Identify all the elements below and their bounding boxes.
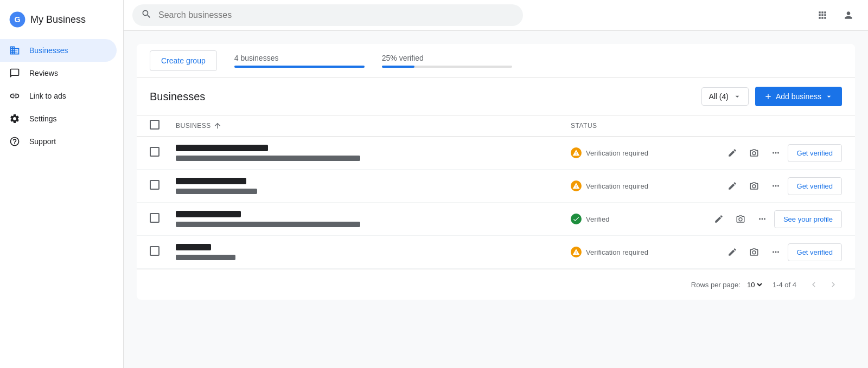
sidebar-item-link-to-ads-label: Link to ads bbox=[29, 92, 66, 100]
sidebar-item-reviews-label: Reviews bbox=[29, 69, 58, 78]
verified-progress: 25% verified bbox=[382, 54, 512, 68]
row3-checkbox[interactable] bbox=[150, 213, 159, 223]
row3-see-profile-button[interactable]: See your profile bbox=[774, 210, 842, 228]
row2-checkbox-col bbox=[150, 180, 176, 192]
row4-edit-button[interactable] bbox=[723, 242, 742, 262]
settings-icon bbox=[9, 113, 21, 125]
row3-business-detail bbox=[176, 222, 360, 227]
row2-get-verified-button[interactable]: Get verified bbox=[788, 177, 842, 195]
pagination-nav bbox=[805, 276, 842, 293]
row2-status-cell: Verification required bbox=[571, 180, 679, 191]
prev-page-button[interactable] bbox=[805, 276, 822, 293]
row2-photo-button[interactable] bbox=[744, 176, 764, 196]
row3-business-name bbox=[176, 211, 241, 217]
business-column-header[interactable]: Business bbox=[176, 121, 571, 130]
create-group-button[interactable]: Create group bbox=[150, 50, 217, 71]
row1-checkbox-col bbox=[150, 147, 176, 159]
row2-business-detail bbox=[176, 189, 257, 194]
row1-status-text: Verification required bbox=[586, 149, 648, 157]
pagination-range: 1-4 of 4 bbox=[773, 281, 796, 289]
businesses-section: Create group 4 businesses 25% verified bbox=[137, 44, 855, 300]
row2-status-text: Verification required bbox=[586, 182, 648, 190]
section-header: Businesses All (4) Add business bbox=[137, 78, 855, 115]
row4-business-info bbox=[176, 244, 571, 260]
row2-business-info bbox=[176, 178, 571, 194]
sidebar-item-settings[interactable]: Settings bbox=[0, 107, 117, 130]
add-business-dropdown-icon bbox=[825, 92, 833, 101]
row1-business-detail bbox=[176, 156, 360, 161]
account-icon-button[interactable] bbox=[838, 4, 859, 26]
verified-label: 25% verified bbox=[382, 54, 512, 62]
row4-status-cell: Verification required bbox=[571, 247, 679, 257]
row4-status-icon bbox=[571, 247, 582, 257]
row3-status-text: Verified bbox=[586, 215, 609, 223]
add-business-button[interactable]: Add business bbox=[755, 87, 842, 106]
row2-more-button[interactable] bbox=[766, 176, 786, 196]
search-container bbox=[132, 4, 523, 26]
row3-status-cell: Verified bbox=[571, 214, 679, 224]
table-header: Business Status bbox=[137, 115, 855, 137]
row3-photo-button[interactable] bbox=[731, 209, 750, 229]
table-row: Verification required Get verified bbox=[137, 137, 855, 170]
sidebar-item-businesses[interactable]: Businesses bbox=[0, 39, 117, 62]
status-column-header: Status bbox=[571, 122, 679, 130]
rows-per-page: Rows per page: 10 25 50 bbox=[691, 280, 764, 289]
section-title: Businesses bbox=[150, 91, 205, 103]
row2-checkbox[interactable] bbox=[150, 180, 159, 190]
row1-photo-button[interactable] bbox=[744, 143, 764, 163]
row1-more-button[interactable] bbox=[766, 143, 786, 163]
search-input[interactable] bbox=[158, 10, 514, 20]
progress-section: 4 businesses 25% verified bbox=[234, 54, 512, 68]
row2-business-name bbox=[176, 178, 246, 184]
row4-checkbox[interactable] bbox=[150, 246, 159, 256]
verified-progress-bar bbox=[382, 66, 512, 68]
table-row: Verified See your profile bbox=[137, 203, 855, 236]
table-row: Verification required Get verified bbox=[137, 170, 855, 203]
sidebar-item-support-label: Support bbox=[29, 137, 56, 146]
page-content: Create group 4 businesses 25% verified bbox=[124, 31, 868, 313]
filter-dropdown[interactable]: All (4) bbox=[701, 87, 749, 106]
apps-icon-button[interactable] bbox=[812, 4, 833, 26]
row4-business-detail bbox=[176, 255, 235, 260]
businesses-count-label: 4 businesses bbox=[234, 54, 365, 62]
row4-more-button[interactable] bbox=[766, 242, 786, 262]
row3-checkbox-col bbox=[150, 213, 176, 225]
row4-actions: Get verified bbox=[679, 242, 842, 262]
businesses-count-progress: 4 businesses bbox=[234, 54, 365, 68]
search-icon bbox=[141, 9, 152, 22]
rows-per-page-select[interactable]: 10 25 50 bbox=[745, 280, 764, 289]
row3-more-button[interactable] bbox=[752, 209, 772, 229]
row3-business-info bbox=[176, 211, 571, 227]
pagination-row: Rows per page: 10 25 50 1-4 of 4 bbox=[137, 269, 855, 300]
row2-status-icon bbox=[571, 180, 582, 191]
tabs-row: Create group 4 businesses 25% verified bbox=[137, 44, 855, 78]
row1-get-verified-button[interactable]: Get verified bbox=[788, 144, 842, 162]
app-logo: G My Business bbox=[0, 4, 123, 39]
section-actions: All (4) Add business bbox=[701, 87, 842, 106]
row4-status-text: Verification required bbox=[586, 248, 648, 256]
row1-business-name bbox=[176, 145, 268, 151]
row4-business-name bbox=[176, 244, 211, 250]
row4-photo-button[interactable] bbox=[744, 242, 764, 262]
row1-edit-button[interactable] bbox=[723, 143, 742, 163]
svg-text:G: G bbox=[14, 15, 20, 24]
sidebar-item-support[interactable]: Support bbox=[0, 130, 117, 153]
sort-icon bbox=[213, 121, 222, 130]
reviews-icon bbox=[9, 67, 21, 79]
select-all-checkbox[interactable] bbox=[150, 120, 159, 130]
businesses-icon bbox=[9, 44, 21, 56]
sidebar-item-link-to-ads[interactable]: Link to ads bbox=[0, 85, 117, 107]
row4-get-verified-button[interactable]: Get verified bbox=[788, 243, 842, 261]
table-row: Verification required Get verified bbox=[137, 236, 855, 269]
header-checkbox-col bbox=[150, 120, 176, 132]
row1-status-cell: Verification required bbox=[571, 147, 679, 158]
next-page-button[interactable] bbox=[825, 276, 842, 293]
sidebar: G My Business Businesses Reviews Link to… bbox=[0, 0, 124, 368]
sidebar-item-businesses-label: Businesses bbox=[29, 46, 68, 55]
row2-actions: Get verified bbox=[679, 176, 842, 196]
row2-edit-button[interactable] bbox=[723, 176, 742, 196]
topbar bbox=[124, 0, 868, 31]
row1-checkbox[interactable] bbox=[150, 147, 159, 157]
row3-edit-button[interactable] bbox=[709, 209, 729, 229]
sidebar-item-reviews[interactable]: Reviews bbox=[0, 62, 117, 85]
